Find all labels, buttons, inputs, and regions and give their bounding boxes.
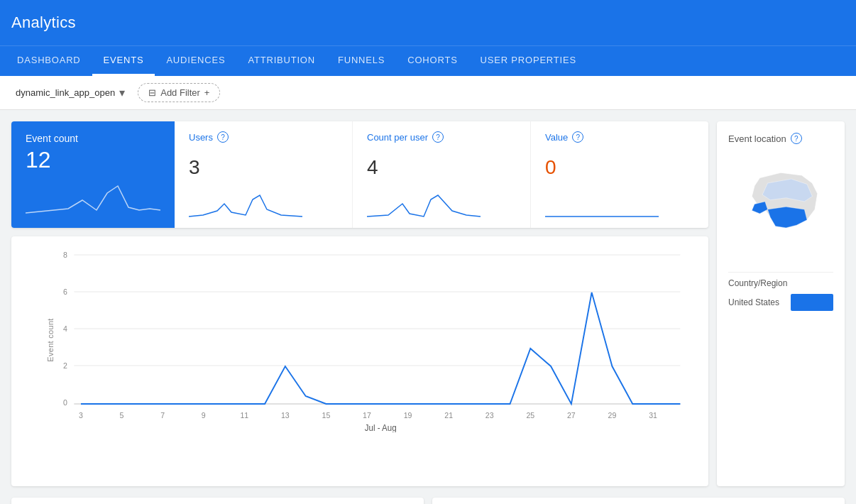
nav-bar: DASHBOARD EVENTS AUDIENCES ATTRIBUTION F… <box>0 45 856 76</box>
country-bar-row: United States <box>728 294 833 311</box>
svg-text:7: 7 <box>160 411 165 420</box>
svg-text:15: 15 <box>322 411 331 420</box>
events-per-session-card: Events per session <box>11 498 424 504</box>
svg-text:2: 2 <box>63 361 67 370</box>
value-stat: Value ? 0 <box>531 121 708 228</box>
users-label: Users <box>189 132 213 143</box>
users-value: 3 <box>189 156 338 179</box>
svg-text:31: 31 <box>649 411 657 420</box>
app-header: Analytics <box>0 0 856 45</box>
bottom-card-2 <box>432 498 845 504</box>
plus-icon: + <box>204 87 210 98</box>
value-label: Value <box>545 132 568 143</box>
svg-text:0: 0 <box>63 398 67 407</box>
event-count-stat: Event count 12 <box>11 121 175 228</box>
event-count-label: Event count <box>26 133 160 144</box>
left-panel: Event count 12 Users ? 3 <box>11 121 708 486</box>
count-per-user-stat: Count per user ? 4 <box>353 121 531 228</box>
filter-bar: dynamic_link_app_open ▾ ⊟ Add Filter + <box>0 76 856 110</box>
filter-icon: ⊟ <box>148 87 156 98</box>
svg-text:Jul - Aug: Jul - Aug <box>365 423 397 432</box>
svg-text:21: 21 <box>444 411 453 420</box>
chevron-down-icon: ▾ <box>119 86 125 99</box>
event-selector-label: dynamic_link_app_open <box>16 87 115 98</box>
count-per-user-label: Count per user <box>367 132 428 143</box>
country-bar <box>791 294 833 311</box>
stats-card: Event count 12 Users ? 3 <box>11 121 708 228</box>
event-count-sparkline <box>26 179 160 217</box>
country-name: United States <box>728 297 786 307</box>
svg-text:9: 9 <box>202 411 206 420</box>
svg-text:8: 8 <box>63 251 67 259</box>
tab-funnels[interactable]: FUNNELS <box>327 46 396 76</box>
event-location-label: Event location <box>728 133 786 144</box>
add-filter-label: Add Filter <box>160 87 200 98</box>
right-panel: Event location ? Country/Region United S… <box>717 121 845 486</box>
users-help-icon[interactable]: ? <box>217 131 229 143</box>
event-count-value: 12 <box>26 147 160 173</box>
svg-text:5: 5 <box>120 411 124 420</box>
tab-cohorts[interactable]: COHORTS <box>396 46 468 76</box>
svg-text:11: 11 <box>240 411 248 420</box>
svg-text:23: 23 <box>485 411 494 420</box>
svg-text:27: 27 <box>567 411 576 420</box>
svg-text:3: 3 <box>79 411 83 420</box>
tab-dashboard[interactable]: DASHBOARD <box>6 46 92 76</box>
svg-text:6: 6 <box>63 287 67 296</box>
users-stat: Users ? 3 <box>175 121 353 228</box>
event-location-title: Event location ? <box>728 133 833 144</box>
add-filter-button[interactable]: ⊟ Add Filter + <box>138 83 220 102</box>
svg-text:4: 4 <box>63 324 67 333</box>
count-per-user-help-icon[interactable]: ? <box>432 131 444 143</box>
value-help-icon[interactable]: ? <box>572 131 583 143</box>
tab-audiences[interactable]: AUDIENCES <box>155 46 236 76</box>
svg-text:29: 29 <box>608 411 617 420</box>
tab-user-properties[interactable]: USER PROPERTIES <box>469 46 588 76</box>
tab-attribution[interactable]: ATTRIBUTION <box>236 46 327 76</box>
chart-card: Event count 8 6 4 2 0 3 5 <box>11 236 708 486</box>
app-title: Analytics <box>11 13 76 32</box>
tab-events[interactable]: EVENTS <box>92 46 155 76</box>
svg-text:17: 17 <box>363 411 371 420</box>
country-region-label: Country/Region <box>728 272 833 288</box>
bottom-strip: Events per session <box>0 498 856 504</box>
count-per-user-value: 4 <box>367 156 516 179</box>
event-selector[interactable]: dynamic_link_app_open ▾ <box>11 83 129 102</box>
svg-text:13: 13 <box>281 411 290 420</box>
svg-text:25: 25 <box>526 411 534 420</box>
map-area <box>728 153 833 266</box>
event-location-help-icon[interactable]: ? <box>791 133 802 144</box>
value-value: 0 <box>545 156 694 179</box>
svg-text:19: 19 <box>404 411 412 420</box>
main-content: Event count 12 Users ? 3 <box>0 110 856 498</box>
